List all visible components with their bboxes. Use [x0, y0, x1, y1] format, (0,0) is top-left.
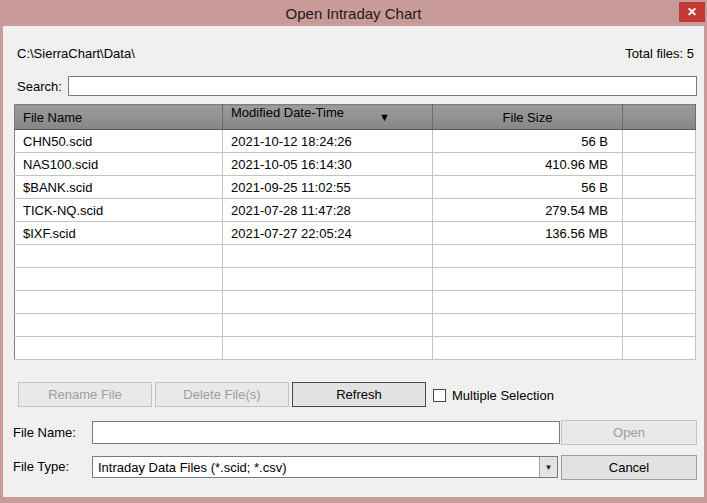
empty-row	[15, 314, 696, 337]
file-name-cell	[15, 337, 223, 360]
modified-date-cell: 2021-10-12 18:24:26	[223, 130, 433, 153]
search-label: Search:	[17, 79, 68, 94]
file-table: File Name Modified Date-Time ▼ File Size…	[14, 104, 696, 360]
file-name-cell	[15, 245, 223, 268]
file-name-row: File Name: Open	[3, 420, 704, 446]
cancel-button[interactable]: Cancel	[561, 455, 697, 480]
folder-path: C:\SierraChart\Data\	[17, 46, 135, 61]
multiple-selection-checkbox[interactable]: Multiple Selection	[433, 388, 554, 403]
path-row: C:\SierraChart\Data\ Total files: 5	[17, 46, 694, 61]
table-header-row: File Name Modified Date-Time ▼ File Size	[15, 105, 696, 130]
modified-date-cell	[223, 314, 433, 337]
empty-row	[15, 245, 696, 268]
file-size-cell: 136.56 MB	[433, 222, 623, 245]
search-row: Search:	[17, 76, 697, 96]
file-table-body: CHN50.scid2021-10-12 18:24:2656 BNAS100.…	[15, 130, 696, 360]
file-row[interactable]: TICK-NQ.scid2021-07-28 11:47:28279.54 MB	[15, 199, 696, 222]
column-header-modified[interactable]: Modified Date-Time ▼	[223, 105, 433, 130]
spacer-cell	[623, 245, 696, 268]
spacer-cell	[623, 337, 696, 360]
sort-descending-icon[interactable]: ▼	[379, 105, 390, 129]
spacer-cell	[623, 268, 696, 291]
file-size-cell: 410.96 MB	[433, 153, 623, 176]
modified-date-cell	[223, 268, 433, 291]
window-title: Open Intraday Chart	[286, 5, 422, 22]
multiple-selection-label: Multiple Selection	[452, 388, 554, 403]
modified-date-cell: 2021-09-25 11:02:55	[223, 176, 433, 199]
close-icon: ✕	[687, 6, 697, 18]
total-files-label: Total files: 5	[625, 46, 694, 61]
file-name-cell: CHN50.scid	[15, 130, 223, 153]
column-header-label: File Name	[23, 110, 82, 125]
modified-date-cell	[223, 291, 433, 314]
file-name-cell: TICK-NQ.scid	[15, 199, 223, 222]
file-size-cell: 279.54 MB	[433, 199, 623, 222]
delete-files-button[interactable]: Delete File(s)	[155, 382, 289, 407]
spacer-cell	[623, 199, 696, 222]
actions-row: Rename File Delete File(s) Refresh Multi…	[3, 382, 704, 408]
open-intraday-chart-dialog: Open Intraday Chart ✕ C:\SierraChart\Dat…	[0, 0, 707, 503]
file-size-cell	[433, 291, 623, 314]
file-size-cell	[433, 268, 623, 291]
file-row[interactable]: CHN50.scid2021-10-12 18:24:2656 B	[15, 130, 696, 153]
file-name-cell: $IXF.scid	[15, 222, 223, 245]
file-size-cell	[433, 245, 623, 268]
file-type-label: File Type:	[13, 459, 69, 474]
rename-file-button[interactable]: Rename File	[18, 382, 152, 407]
column-header-file-size[interactable]: File Size	[433, 105, 623, 130]
file-row[interactable]: NAS100.scid2021-10-05 16:14:30410.96 MB	[15, 153, 696, 176]
modified-date-cell: 2021-07-27 22:05:24	[223, 222, 433, 245]
spacer-cell	[623, 291, 696, 314]
titlebar[interactable]: Open Intraday Chart ✕	[0, 0, 707, 26]
column-header-label: File Size	[503, 110, 553, 125]
column-header-file-name[interactable]: File Name	[15, 105, 223, 130]
file-type-select[interactable]: Intraday Data Files (*.scid; *.csv) ▼	[92, 456, 558, 478]
file-type-row: File Type: Intraday Data Files (*.scid; …	[3, 455, 704, 481]
file-name-label: File Name:	[13, 425, 76, 440]
modified-date-cell: 2021-10-05 16:14:30	[223, 153, 433, 176]
file-name-cell	[15, 268, 223, 291]
file-size-cell	[433, 337, 623, 360]
file-size-cell: 56 B	[433, 176, 623, 199]
spacer-cell	[623, 130, 696, 153]
spacer-cell	[623, 222, 696, 245]
empty-row	[15, 337, 696, 360]
column-header-label: Modified Date-Time	[231, 105, 344, 120]
dropdown-arrow-icon[interactable]: ▼	[539, 457, 557, 477]
spacer-cell	[623, 314, 696, 337]
file-name-cell: $BANK.scid	[15, 176, 223, 199]
file-name-cell	[15, 291, 223, 314]
empty-row	[15, 268, 696, 291]
search-input[interactable]	[68, 76, 697, 96]
empty-row	[15, 291, 696, 314]
modified-date-cell	[223, 337, 433, 360]
spacer-cell	[623, 153, 696, 176]
file-size-cell	[433, 314, 623, 337]
file-size-cell: 56 B	[433, 130, 623, 153]
spacer-cell	[623, 176, 696, 199]
modified-date-cell	[223, 245, 433, 268]
modified-date-cell: 2021-07-28 11:47:28	[223, 199, 433, 222]
close-button[interactable]: ✕	[679, 2, 705, 22]
file-row[interactable]: $BANK.scid2021-09-25 11:02:5556 B	[15, 176, 696, 199]
file-row[interactable]: $IXF.scid2021-07-27 22:05:24136.56 MB	[15, 222, 696, 245]
file-name-cell: NAS100.scid	[15, 153, 223, 176]
open-button[interactable]: Open	[561, 420, 697, 445]
file-name-cell	[15, 314, 223, 337]
column-header-spacer	[623, 105, 696, 130]
file-type-selected-value: Intraday Data Files (*.scid; *.csv)	[98, 460, 287, 475]
dialog-body: C:\SierraChart\Data\ Total files: 5 Sear…	[3, 26, 704, 497]
refresh-button[interactable]: Refresh	[292, 382, 426, 407]
checkbox-unchecked-icon	[433, 389, 446, 402]
file-name-input[interactable]	[92, 421, 560, 444]
